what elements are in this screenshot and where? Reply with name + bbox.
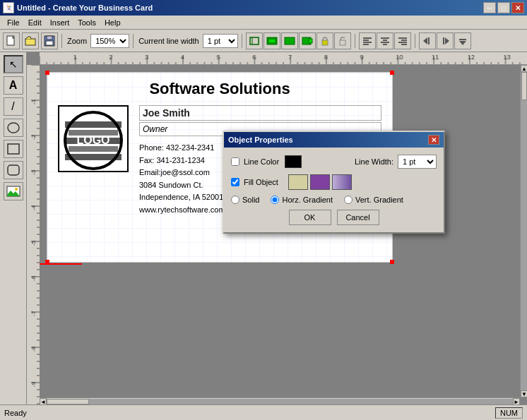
- dialog-buttons: OK Cancel: [231, 210, 437, 225]
- svg-point-37: [15, 188, 18, 191]
- handle-br[interactable]: [390, 260, 394, 264]
- scroll-h-track: [47, 399, 513, 404]
- scroll-right-button[interactable]: ►: [513, 398, 520, 405]
- card-title[interactable]: Software Solutions: [47, 73, 392, 102]
- swatch-beige[interactable]: [288, 174, 308, 190]
- image-tool[interactable]: [4, 182, 23, 200]
- svg-rect-34: [8, 165, 19, 175]
- save-button[interactable]: [41, 32, 58, 49]
- move-down[interactable]: [454, 32, 471, 49]
- toolbar: Zoom 150% 100% 200% Current line width 1…: [0, 30, 527, 52]
- dialog-title-bar[interactable]: Object Properties ✕: [224, 132, 444, 148]
- text-tool[interactable]: A: [4, 76, 23, 95]
- dialog-ok-button[interactable]: OK: [289, 210, 331, 225]
- line-width-select[interactable]: 1 pt 2 pt 3 pt: [203, 34, 238, 48]
- scroll-thumb[interactable]: [521, 72, 527, 100]
- select-tool[interactable]: ↖: [4, 55, 23, 73]
- svg-rect-11: [309, 39, 312, 43]
- status-ready: Ready: [4, 409, 27, 417]
- scroll-track: [521, 72, 527, 390]
- line-width-label: Current line width: [138, 37, 199, 45]
- maximize-button[interactable]: □: [497, 2, 510, 13]
- close-button[interactable]: ✕: [511, 2, 524, 13]
- canvas-lower: [40, 265, 520, 397]
- lock-tool[interactable]: [316, 32, 333, 49]
- window-title: Untitled - Create Your Business Card: [17, 4, 153, 12]
- dialog-close-button[interactable]: ✕: [428, 135, 439, 145]
- scroll-left-button[interactable]: ◄: [40, 398, 47, 405]
- text-align-center[interactable]: [377, 32, 393, 49]
- svg-rect-8: [268, 39, 276, 43]
- svg-rect-4: [46, 41, 53, 45]
- svg-rect-33: [8, 144, 19, 154]
- scroll-h-thumb[interactable]: [47, 399, 89, 404]
- swatch-gradient[interactable]: [332, 174, 352, 190]
- radio-vert-label: Vert. Gradient: [355, 196, 403, 204]
- align-tool-4[interactable]: [299, 32, 316, 49]
- ellipse-tool[interactable]: [4, 119, 23, 137]
- status-num: NUM: [495, 407, 523, 419]
- align-tool-3[interactable]: [281, 32, 298, 49]
- radio-vert-gradient: Vert. Gradient: [344, 196, 403, 204]
- scroll-down-button[interactable]: ▼: [521, 390, 527, 397]
- text-align-right[interactable]: [394, 32, 411, 49]
- svg-rect-1: [25, 39, 35, 45]
- menu-tools[interactable]: Tools: [73, 17, 100, 28]
- zoom-label: Zoom: [67, 37, 87, 45]
- fill-object-checkbox[interactable]: [231, 178, 239, 186]
- svg-marker-26: [423, 37, 427, 44]
- menu-insert[interactable]: Insert: [46, 17, 74, 28]
- menu-bar: File Edit Insert Tools Help: [0, 16, 527, 30]
- radio-horz-input[interactable]: [271, 196, 279, 204]
- roundrect-tool[interactable]: [4, 161, 23, 179]
- radio-vert-input[interactable]: [344, 196, 353, 204]
- line-color-checkbox[interactable]: [231, 157, 239, 166]
- scrollbar-vertical[interactable]: ▲ ▼: [520, 65, 527, 397]
- svg-point-32: [8, 123, 19, 133]
- move-left[interactable]: [419, 32, 436, 49]
- radio-solid-input[interactable]: [231, 196, 239, 204]
- ruler-vertical: [27, 65, 40, 397]
- separator-5: [415, 34, 415, 48]
- dialog-cancel-button[interactable]: Cancel: [337, 210, 379, 225]
- svg-rect-3: [47, 36, 52, 40]
- scroll-up-button[interactable]: ▲: [521, 65, 527, 72]
- card-logo[interactable]: LOGO: [58, 105, 129, 172]
- align-tool-1[interactable]: [246, 32, 263, 49]
- line-width-label: Line Width:: [355, 157, 393, 166]
- svg-marker-28: [445, 37, 449, 44]
- line-width-dropdown[interactable]: 1 pt 2 pt 3 pt: [398, 155, 437, 169]
- unlock-tool[interactable]: [334, 32, 351, 49]
- menu-file[interactable]: File: [3, 17, 24, 28]
- line-color-label: Line Color: [244, 157, 279, 166]
- dialog-object-properties[interactable]: Object Properties ✕ Line Color Line Widt…: [223, 131, 445, 234]
- menu-edit[interactable]: Edit: [24, 17, 46, 28]
- minimize-button[interactable]: ─: [483, 2, 496, 13]
- svg-rect-5: [250, 37, 259, 44]
- menu-help[interactable]: Help: [100, 17, 125, 28]
- new-button[interactable]: [3, 32, 20, 49]
- ruler-horizontal: [40, 52, 527, 65]
- line-tool[interactable]: /: [4, 97, 23, 116]
- separator-3: [242, 34, 242, 48]
- line-color-swatch[interactable]: [285, 155, 302, 168]
- app-icon: 🃏: [3, 2, 14, 13]
- zoom-select[interactable]: 150% 100% 200%: [90, 34, 129, 48]
- card-name[interactable]: Joe Smith: [139, 105, 381, 121]
- left-toolbox: ↖ A /: [0, 52, 27, 404]
- align-tool-2[interactable]: [264, 32, 280, 49]
- open-button[interactable]: [22, 32, 39, 49]
- scrollbar-horizontal[interactable]: ◄ ►: [40, 397, 520, 404]
- fill-object-row: Fill Object: [231, 174, 437, 190]
- svg-rect-9: [285, 37, 295, 44]
- svg-rect-12: [322, 40, 328, 45]
- move-right[interactable]: [437, 32, 454, 49]
- status-bar: Ready NUM: [0, 404, 527, 420]
- radio-solid: Solid: [231, 196, 259, 204]
- window-controls: ─ □ ✕: [483, 2, 524, 13]
- swatch-purple[interactable]: [310, 174, 330, 190]
- text-align-tools: [359, 32, 411, 49]
- text-align-left[interactable]: [359, 32, 376, 49]
- rect-tool[interactable]: [4, 140, 23, 158]
- fill-object-label: Fill Object: [244, 178, 278, 186]
